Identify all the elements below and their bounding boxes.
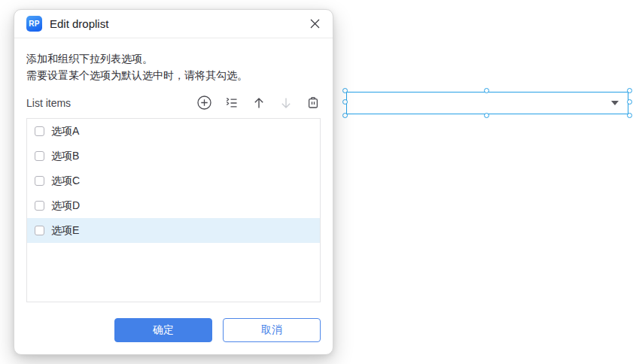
item-label: 选项A [51,125,79,138]
selection-handle[interactable] [342,88,348,93]
droplist-arrow-icon [611,101,619,105]
rp-logo-icon: RP [26,16,42,32]
plus-circle-icon [196,95,212,111]
item-label: 选项D [51,199,80,213]
selection-handle[interactable] [342,99,348,105]
list-item[interactable]: 选项B [27,144,320,168]
dialog-body: 添加和组织下拉列表选项。 需要设置某个选项为默认选中时，请将其勾选。 List … [14,50,333,342]
arrow-up-icon [251,96,266,111]
list-item[interactable]: 选项D [27,193,320,218]
trash-icon [306,95,321,111]
list-toolbar [196,95,321,111]
item-label: 选项B [51,150,79,163]
list-item[interactable]: 选项E [27,218,320,243]
description-line-1: 添加和组织下拉列表选项。 [26,50,321,67]
item-checkbox[interactable] [35,201,44,211]
item-checkbox[interactable] [35,126,44,136]
list-edit-icon [224,96,239,111]
item-checkbox[interactable] [35,151,44,161]
dialog-description: 添加和组织下拉列表选项。 需要设置某个选项为默认选中时，请将其勾选。 [26,50,321,83]
close-button[interactable] [307,17,322,32]
list-items-label: List items [26,97,196,109]
item-checkbox[interactable] [35,226,44,235]
list-item[interactable]: 选项C [27,168,320,193]
selection-handle[interactable] [627,113,632,118]
cancel-button[interactable]: 取消 [223,318,321,342]
add-item-button[interactable] [196,95,212,111]
delete-item-button[interactable] [305,95,321,111]
list-item[interactable]: 选项A [27,119,320,144]
description-line-2: 需要设置某个选项为默认选中时，请将其勾选。 [26,67,321,83]
move-up-button[interactable] [251,95,266,111]
droplist-widget[interactable] [346,92,628,114]
item-label: 选项C [51,174,80,188]
item-label: 选项E [51,224,79,238]
move-down-button[interactable] [278,95,294,111]
selection-handle[interactable] [627,88,632,93]
dialog-header: RP Edit droplist [14,10,333,38]
arrow-down-icon [278,96,294,111]
list-items-toolbar-row: List items [26,93,321,112]
list-items-box: 选项A 选项B 选项C 选项D 选项E [26,118,321,302]
selection-handle[interactable] [627,99,632,105]
item-checkbox[interactable] [35,176,44,186]
close-icon [309,18,321,29]
dialog-footer: 确定 取消 [26,318,321,342]
batch-edit-button[interactable] [224,95,239,111]
selection-handle[interactable] [342,113,348,118]
selection-handle[interactable] [484,113,489,118]
edit-droplist-dialog: RP Edit droplist 添加和组织下拉列表选项。 需要设置某个选项为默… [14,9,333,355]
ok-button[interactable]: 确定 [114,318,212,342]
selection-handle[interactable] [484,88,489,93]
dialog-title: Edit droplist [50,17,307,30]
